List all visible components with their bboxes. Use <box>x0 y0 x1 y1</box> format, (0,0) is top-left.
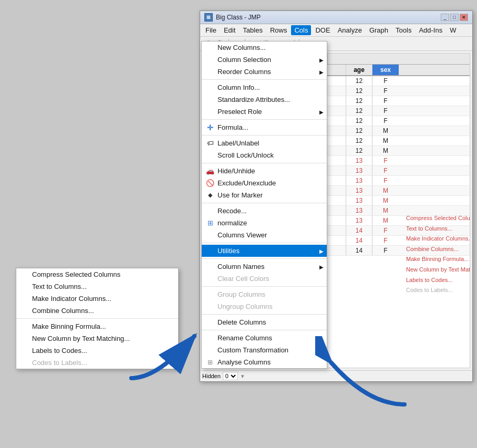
menu-div-2 <box>202 119 327 120</box>
menu-div-5 <box>202 203 327 203</box>
age-cell: 12 <box>346 106 372 116</box>
age-cell: 13 <box>346 166 372 175</box>
menu-formula[interactable]: ✛ Formula... <box>202 121 327 133</box>
menu-exclude[interactable]: 🚫 Exclude/Unexclude <box>202 177 327 189</box>
sex-cell: F <box>372 96 399 106</box>
sex-cell: F <box>372 106 399 116</box>
menu-rows[interactable]: Rows <box>267 25 291 35</box>
age-cell: 12 <box>346 86 372 96</box>
menu-preselect-role[interactable]: Preselect Role <box>202 106 327 118</box>
normalize-icon: ⊞ <box>206 219 214 227</box>
ghost-codes: Codes to Labels... <box>406 285 470 296</box>
age-cell: 13 <box>346 156 372 165</box>
maximize-button[interactable]: □ <box>450 14 459 21</box>
sex-cell: F <box>372 156 399 165</box>
status-value: 0 <box>223 372 238 380</box>
sex-cell: M <box>372 136 399 145</box>
age-cell: 12 <box>346 96 372 106</box>
menu-div-10 <box>202 330 327 330</box>
menu-edit[interactable]: Edit <box>221 25 238 35</box>
ghost-labels: Labels to Codes... <box>406 275 470 286</box>
status-label: Hidden <box>202 373 221 379</box>
menu-analyze[interactable]: Analyze <box>335 25 365 35</box>
menu-normalize[interactable]: ⊞ normalize <box>202 217 327 229</box>
hidden-select[interactable]: 0 <box>223 372 238 380</box>
analyse-icon: ⊞ <box>206 358 214 367</box>
menu-file[interactable]: File <box>202 25 220 35</box>
sex-cell: F <box>372 166 399 175</box>
close-button[interactable]: ✕ <box>460 14 468 21</box>
window-icon: ⊞ <box>204 13 213 22</box>
age-cell: 12 <box>346 146 372 155</box>
menu-column-names[interactable]: Column Names <box>202 261 327 273</box>
age-cell: 12 <box>346 76 372 86</box>
menu-new-columns[interactable]: New Columns... <box>202 41 327 54</box>
sex-cell: F <box>372 226 399 235</box>
age-cell: 13 <box>346 186 372 195</box>
age-cell: 13 <box>346 216 372 225</box>
menu-tools[interactable]: Tools <box>392 25 414 35</box>
menu-tables[interactable]: Tables <box>240 25 266 35</box>
age-cell: 12 <box>346 126 372 136</box>
sex-cell: F <box>372 176 399 185</box>
car-icon: 🚗 <box>206 167 214 175</box>
menu-recode[interactable]: Recode... <box>202 205 327 217</box>
ghost-newcol: New Column by Text Matching... <box>406 265 470 275</box>
menu-doe[interactable]: DOE <box>312 25 333 35</box>
util-make-binning[interactable]: Make Binning Formula... <box>16 320 178 332</box>
sex-cell: M <box>372 126 399 136</box>
util-codes-to-labels: Codes to Labels... <box>16 357 178 369</box>
menu-div-6 <box>202 243 327 243</box>
menu-column-info[interactable]: Column Info... <box>202 81 327 93</box>
menu-delete-columns[interactable]: Delete Columns <box>202 316 327 328</box>
age-cell: 12 <box>346 116 372 126</box>
menu-reorder-columns[interactable]: Reorder Columns <box>202 66 327 78</box>
menu-scroll-lock[interactable]: Scroll Lock/Unlock <box>202 149 327 161</box>
sex-cell: F <box>372 76 399 86</box>
col-age-hdr[interactable]: age <box>346 65 372 75</box>
menu-custom-transformation[interactable]: Custom Transformation <box>202 344 327 356</box>
menu-ungroup-columns: Ungroup Columns <box>202 300 327 312</box>
menu-cols[interactable]: Cols <box>291 25 311 35</box>
menu-columns-viewer[interactable]: Columns Viewer <box>202 229 327 241</box>
sex-cell: M <box>372 206 399 215</box>
menu-column-selection[interactable]: Column Selection <box>202 54 327 66</box>
cols-dropdown-menu: New Columns... Column Selection Reorder … <box>201 41 327 369</box>
title-bar: ⊞ Big Class - JMP _ □ ✕ <box>200 11 472 24</box>
age-cell: 14 <box>346 246 372 255</box>
label-icon: 🏷 <box>206 139 214 148</box>
utilities-submenu: Compress Selected Columns Text to Column… <box>16 268 179 369</box>
age-cell: 13 <box>346 176 372 185</box>
menu-w[interactable]: W <box>447 25 459 35</box>
util-combine-columns[interactable]: Combine Columns... <box>16 305 178 317</box>
sex-cell: F <box>372 116 399 126</box>
menu-bar: File Edit Tables Rows Cols DOE Analyze G… <box>200 24 472 37</box>
sex-cell: F <box>372 86 399 96</box>
menu-utilities[interactable]: Utilities <box>202 245 327 257</box>
sex-cell: M <box>372 146 399 155</box>
util-labels-to-codes[interactable]: Labels to Codes... <box>16 345 178 357</box>
menu-rename-columns[interactable]: Rename Columns <box>202 332 327 344</box>
util-text-to-columns[interactable]: Text to Columns... <box>16 280 178 293</box>
menu-label-unlabel[interactable]: 🏷 Label/Unlabel <box>202 137 327 149</box>
col-sex-hdr[interactable]: sex <box>372 65 399 75</box>
menu-use-marker[interactable]: ◆ Use for Marker <box>202 189 327 201</box>
menu-graph[interactable]: Graph <box>366 25 391 35</box>
menu-analyse-columns[interactable]: ⊞ Analyse Columns <box>202 356 327 368</box>
menu-standardize-attrs[interactable]: Standardize Attributes... <box>202 93 327 106</box>
menu-div-1 <box>202 79 327 80</box>
exclude-icon: 🚫 <box>206 179 214 187</box>
menu-clear-cell-colors: Clear Cell Colors <box>202 273 327 285</box>
util-make-indicator[interactable]: Make Indicator Columns... <box>16 293 178 305</box>
menu-group-columns: Group Columns <box>202 288 327 300</box>
window-controls: _ □ ✕ <box>441 14 468 21</box>
sex-cell: F <box>372 236 399 245</box>
minimize-button[interactable]: _ <box>441 14 449 21</box>
util-new-col-text[interactable]: New Column by Text Matching... <box>16 332 178 345</box>
age-cell: 14 <box>346 226 372 235</box>
menu-addins[interactable]: Add-Ins <box>416 25 445 35</box>
menu-hide-unhide[interactable]: 🚗 Hide/Unhide <box>202 165 327 177</box>
age-cell: 14 <box>346 236 372 245</box>
util-compress[interactable]: Compress Selected Columns <box>16 268 178 280</box>
age-cell: 13 <box>346 196 372 205</box>
